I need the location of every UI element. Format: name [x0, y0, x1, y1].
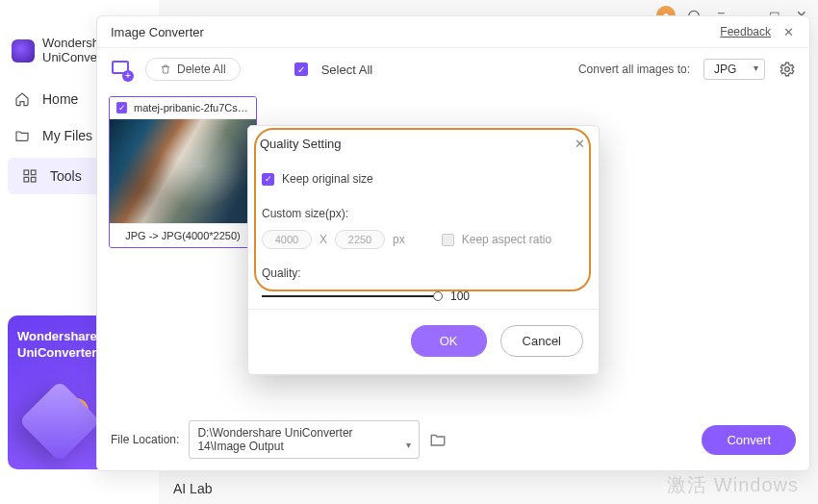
quality-setting-dialog: Quality Setting ✕ Keep original size Cus… — [247, 125, 600, 375]
keep-original-label: Keep original size — [282, 172, 373, 186]
close-dialog-icon[interactable]: ✕ — [572, 136, 587, 151]
dialog-title: Quality Setting — [260, 137, 342, 151]
ai-lab-label: AI Lab — [173, 481, 212, 496]
image-thumbnail[interactable]: matej-pribanic-2fu7CskIT... JPG -> JPG(4… — [109, 96, 257, 248]
toolbar: + Delete All Select All Convert all imag… — [97, 48, 809, 90]
plus-icon: + — [122, 70, 134, 82]
delete-all-label: Delete All — [177, 63, 226, 76]
svg-point-4 — [785, 67, 790, 72]
sidebar-item-label: Home — [42, 91, 78, 107]
x-separator: X — [320, 233, 327, 246]
feedback-link[interactable]: Feedback — [720, 25, 771, 38]
format-value: JPG — [714, 63, 736, 76]
height-input[interactable] — [335, 230, 385, 249]
quality-value: 100 — [450, 290, 470, 303]
quality-label: Quality: — [262, 266, 301, 280]
windows-watermark: 激活 Windows — [667, 472, 799, 498]
select-all-checkbox[interactable] — [294, 63, 308, 76]
settings-gear-icon[interactable] — [779, 61, 796, 78]
thumb-preview — [110, 119, 256, 223]
width-input[interactable] — [262, 230, 312, 249]
file-location-value: D:\Wondershare UniConverter 14\Image Out… — [197, 426, 352, 453]
thumb-caption: JPG -> JPG(4000*2250) — [110, 223, 256, 247]
sidebar-item-label: Tools — [50, 168, 82, 184]
cancel-button[interactable]: Cancel — [500, 325, 583, 357]
px-label: px — [393, 233, 405, 246]
file-location-label: File Location: — [111, 433, 179, 446]
thumb-filename: matej-pribanic-2fu7CskIT... — [134, 102, 250, 113]
select-all-label: Select All — [321, 63, 372, 77]
keep-aspect-label: Keep aspect ratio — [462, 233, 551, 246]
sidebar-item-label: My Files — [42, 128, 92, 143]
panel-title: Image Converter — [111, 25, 204, 39]
home-icon — [13, 90, 31, 108]
svg-rect-2 — [24, 177, 29, 182]
add-image-button[interactable]: + — [111, 59, 132, 80]
trash-icon — [160, 63, 171, 75]
file-location-select[interactable]: D:\Wondershare UniConverter 14\Image Out… — [189, 420, 420, 459]
svg-rect-3 — [31, 177, 36, 182]
keep-aspect-checkbox[interactable] — [442, 234, 454, 246]
svg-rect-0 — [24, 170, 29, 175]
slider-knob-icon[interactable] — [433, 291, 443, 301]
thumb-checkbox[interactable] — [116, 102, 127, 113]
quality-slider[interactable] — [262, 295, 439, 297]
convert-button[interactable]: Convert — [702, 425, 796, 455]
keep-original-checkbox[interactable] — [262, 173, 274, 186]
brand-logo-icon — [12, 39, 35, 63]
close-panel-icon[interactable]: ✕ — [780, 24, 796, 39]
delete-all-button[interactable]: Delete All — [145, 58, 241, 81]
format-select[interactable]: JPG — [703, 59, 765, 80]
tools-icon — [21, 167, 38, 185]
svg-rect-1 — [31, 170, 36, 175]
convert-all-label: Convert all images to: — [578, 63, 690, 76]
ok-button[interactable]: OK — [411, 325, 487, 357]
custom-size-label: Custom size(px): — [262, 207, 348, 220]
open-folder-icon[interactable] — [429, 431, 447, 448]
promo-cube-icon — [19, 381, 101, 463]
files-icon — [13, 127, 31, 144]
